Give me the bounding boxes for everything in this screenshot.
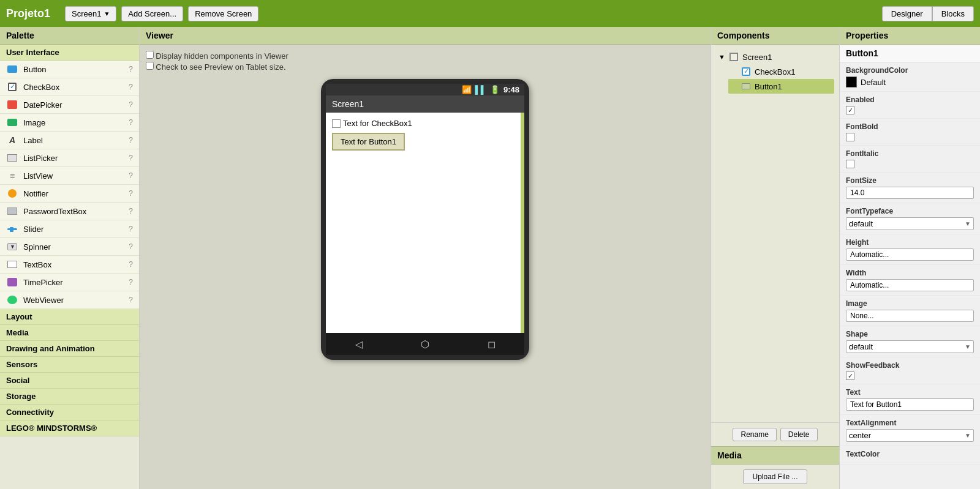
listview-help-icon[interactable]: ? — [129, 171, 133, 180]
prop-image: Image — [840, 296, 980, 326]
palette-item-passwordtextbox[interactable]: PasswordTextBox ? — [0, 203, 139, 220]
checkbox-help-icon[interactable]: ? — [129, 83, 133, 91]
checkbox1-icon — [741, 66, 752, 77]
back-nav-icon[interactable]: ◁ — [355, 338, 363, 350]
width-input[interactable] — [846, 279, 974, 291]
label-help-icon[interactable]: ? — [129, 136, 133, 144]
palette-item-listpicker[interactable]: ListPicker ? — [0, 149, 139, 167]
shape-caret: ▼ — [965, 343, 971, 350]
enabled-label: Enabled — [846, 95, 974, 104]
comp-button1[interactable]: Button1 — [728, 79, 834, 94]
text-alignment-select[interactable]: center ▼ — [846, 429, 974, 442]
font-typeface-select[interactable]: default ▼ — [846, 217, 974, 230]
display-hidden-checkbox[interactable] — [146, 51, 154, 59]
timepicker-help-icon[interactable]: ? — [129, 278, 133, 286]
spinner-help-icon[interactable]: ? — [129, 242, 133, 251]
palette-item-label: Label — [23, 136, 129, 145]
social-section[interactable]: Social — [0, 373, 139, 389]
connectivity-section[interactable]: Connectivity — [0, 405, 139, 420]
prop-font-italic: FontItalic — [840, 146, 980, 173]
image-label: Image — [846, 299, 974, 308]
phone-screen-border — [521, 113, 524, 333]
notifier-palette-icon — [6, 187, 18, 200]
wifi-icon: 📶 — [462, 85, 472, 94]
comp-screen1[interactable]: ▼ Screen1 — [716, 50, 834, 64]
shape-select[interactable]: default ▼ — [846, 340, 974, 353]
font-italic-checkbox[interactable] — [846, 160, 854, 168]
font-bold-checkbox[interactable] — [846, 133, 854, 141]
blocks-button[interactable]: Blocks — [932, 6, 974, 21]
phone-checkbox-widget[interactable] — [332, 119, 341, 128]
designer-button[interactable]: Designer — [882, 6, 932, 21]
button-palette-icon — [6, 63, 18, 75]
font-size-input[interactable] — [846, 187, 974, 199]
media-section: Media Upload File ... — [711, 446, 839, 489]
palette-item-datepicker[interactable]: DatePicker ? — [0, 96, 139, 114]
background-color-value[interactable]: Default — [846, 77, 974, 88]
palette-item-spinner[interactable]: ▼ Spinner ? — [0, 238, 139, 256]
palette-item-button[interactable]: Button ? — [0, 61, 139, 78]
enabled-checkbox[interactable] — [846, 106, 854, 114]
palette-item-label: PasswordTextBox — [23, 207, 129, 216]
rename-button[interactable]: Rename — [733, 428, 776, 441]
delete-button[interactable]: Delete — [780, 428, 818, 441]
storage-section[interactable]: Storage — [0, 389, 139, 405]
palette-item-textbox[interactable]: TextBox ? — [0, 256, 139, 274]
home-nav-icon[interactable]: ⬡ — [421, 338, 429, 350]
prop-text: Text — [840, 384, 980, 415]
webviewer-help-icon[interactable]: ? — [129, 296, 133, 304]
listpicker-help-icon[interactable]: ? — [129, 154, 133, 162]
phone-checkbox-label: Text for CheckBox1 — [343, 119, 412, 128]
slider-help-icon[interactable]: ? — [129, 225, 133, 233]
palette-item-notifier[interactable]: Notifier ? — [0, 185, 139, 203]
color-swatch[interactable] — [846, 77, 857, 88]
media-section[interactable]: Media — [0, 325, 139, 341]
viewer-header: Viewer — [140, 27, 710, 45]
palette-item-timepicker[interactable]: TimePicker ? — [0, 274, 139, 291]
palette-item-label[interactable]: A Label ? — [0, 132, 139, 149]
notifier-help-icon[interactable]: ? — [129, 189, 133, 198]
palette-item-label: Spinner — [23, 242, 129, 252]
add-screen-button[interactable]: Add Screen... — [121, 6, 183, 21]
button1-label: Button1 — [755, 82, 782, 91]
topbar: Projeto1 Screen1 ▼ Add Screen... Remove … — [0, 0, 980, 27]
palette-item-image[interactable]: Image ? — [0, 114, 139, 132]
text-label: Text — [846, 388, 974, 397]
image-input[interactable] — [846, 310, 974, 322]
layout-section[interactable]: Layout — [0, 309, 139, 325]
palette-item-label: ListView — [23, 171, 129, 181]
upload-file-button[interactable]: Upload File ... — [743, 469, 807, 484]
textbox-help-icon[interactable]: ? — [129, 260, 133, 269]
comp-checkbox1[interactable]: CheckBox1 — [728, 64, 834, 79]
listpicker-palette-icon — [6, 152, 18, 164]
remove-screen-button[interactable]: Remove Screen — [188, 6, 258, 21]
palette-item-checkbox[interactable]: CheckBox ? — [0, 78, 139, 96]
phone-screen: Text for CheckBox1 Text for Button1 — [326, 113, 524, 333]
drawing-animation-section[interactable]: Drawing and Animation — [0, 341, 139, 357]
screen1-toggle[interactable]: ▼ — [718, 53, 727, 61]
palette-item-webviewer[interactable]: WebViewer ? — [0, 291, 139, 309]
lego-section[interactable]: LEGO® MINDSTORMS® — [0, 420, 139, 436]
user-interface-section[interactable]: User Interface — [0, 45, 139, 61]
sensors-section[interactable]: Sensors — [0, 357, 139, 373]
palette-header: Palette — [0, 27, 139, 45]
phone-button-widget[interactable]: Text for Button1 — [332, 133, 405, 151]
main-content: Palette User Interface Button ? CheckBox… — [0, 27, 980, 489]
datepicker-help-icon[interactable]: ? — [129, 100, 133, 109]
palette-item-label: Notifier — [23, 189, 129, 198]
tablet-preview-checkbox[interactable] — [146, 62, 154, 70]
font-size-label: FontSize — [846, 176, 974, 185]
recent-nav-icon[interactable]: ◻ — [488, 338, 496, 350]
passwordtextbox-help-icon[interactable]: ? — [129, 207, 133, 215]
height-input[interactable] — [846, 248, 974, 261]
show-feedback-checkbox[interactable] — [846, 371, 854, 380]
screen-selector[interactable]: Screen1 ▼ — [65, 6, 116, 21]
image-help-icon[interactable]: ? — [129, 118, 133, 127]
phone-checkbox-row: Text for CheckBox1 — [332, 119, 518, 128]
text-input[interactable] — [846, 398, 974, 411]
button-help-icon[interactable]: ? — [129, 65, 133, 73]
label-palette-icon: A — [6, 134, 18, 146]
viewer-content: Display hidden components in Viewer Chec… — [140, 45, 710, 489]
palette-item-listview[interactable]: ≡ ListView ? — [0, 167, 139, 185]
palette-item-slider[interactable]: Slider ? — [0, 220, 139, 238]
